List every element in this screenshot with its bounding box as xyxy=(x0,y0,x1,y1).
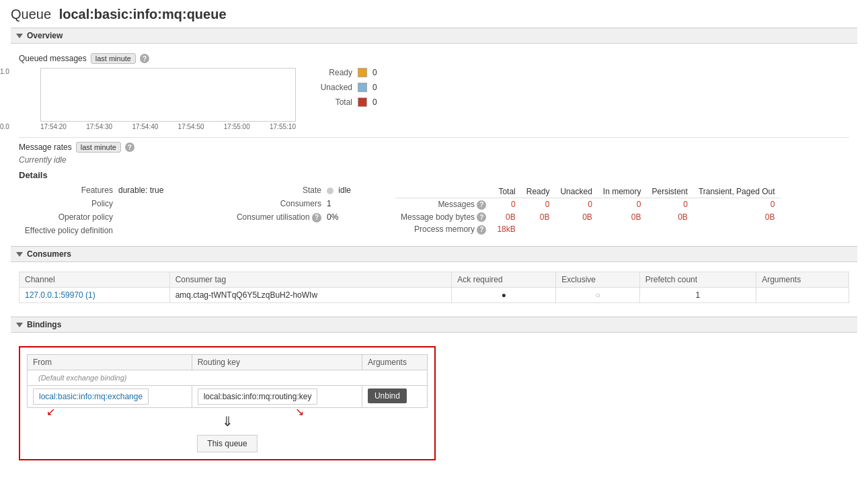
stats-messages-unacked: 0 xyxy=(555,198,597,211)
ack-dot: ● xyxy=(502,290,506,300)
title-queue-name: local:basic:info:mq:queue xyxy=(59,7,227,22)
bindings-box: From Routing key Arguments (Default exch… xyxy=(19,346,436,460)
chart-container: 1.0 0.0 17:54:20 17:54:30 17:54:40 17:54… xyxy=(19,68,296,130)
consumers-triangle-icon xyxy=(16,252,23,257)
legend-total: Total 0 xyxy=(312,97,377,107)
stats-bytes-persistent: 0B xyxy=(647,211,693,224)
bindings-default-binding: (Default exchange binding) xyxy=(28,370,428,386)
x-label-1: 17:54:30 xyxy=(86,123,112,130)
routing-key-box: local:basic:info:mq:routing:key xyxy=(198,388,318,405)
stats-col-transient: Transient, Paged Out xyxy=(693,186,781,198)
down-arrow-icon: ⇓ xyxy=(222,414,233,429)
bindings-col-routingkey: Routing key xyxy=(192,355,362,370)
bindings-from-cell: local:basic:info:mq:exchange ↙ xyxy=(28,386,192,408)
effective-policy-key: Effective policy definition xyxy=(19,226,113,235)
stats-col-inmemory: In memory xyxy=(598,186,647,198)
consumers-col-ack: Ack required xyxy=(452,272,556,288)
legend-ready-value: 0 xyxy=(372,68,377,77)
state-text: idle xyxy=(338,186,351,195)
this-queue-button[interactable]: This queue xyxy=(197,435,257,452)
consumer-prefetch: 1 xyxy=(639,288,756,303)
features-row: Features durable: true xyxy=(19,186,207,195)
details-left: Features durable: true Policy Operator p… xyxy=(19,186,207,239)
consumers-key: Consumers xyxy=(227,199,321,208)
stats-messages-help[interactable]: ? xyxy=(477,200,486,210)
chart-legend: Ready 0 Unacked 0 Total 0 xyxy=(312,68,377,112)
details-grid: Features durable: true Policy Operator p… xyxy=(19,186,849,239)
stats-bytes-transient: 0B xyxy=(693,211,781,224)
policy-row: Policy xyxy=(19,199,207,208)
bindings-section-header[interactable]: Bindings xyxy=(11,317,857,333)
overview-section-header[interactable]: Overview xyxy=(11,28,857,44)
legend-unacked: Unacked 0 xyxy=(312,83,377,92)
stats-memory-label: Process memory ? xyxy=(395,223,491,236)
overview-body: Queued messages last minute ? 1.0 0.0 17… xyxy=(11,49,857,246)
consumers-section-header[interactable]: Consumers xyxy=(11,246,857,262)
consumer-utilisation-row: Consumer utilisation ? 0% xyxy=(227,212,375,222)
stats-memory-inmemory xyxy=(598,223,647,236)
legend-unacked-color xyxy=(358,83,367,92)
stats-table: Total Ready Unacked In memory Persistent… xyxy=(395,186,781,236)
operator-policy-key: Operator policy xyxy=(19,212,113,222)
bindings-col-from: From xyxy=(28,355,192,370)
consumers-row: Consumers 1 xyxy=(227,199,375,208)
legend-unacked-value: 0 xyxy=(372,83,377,92)
consumer-utilisation-val: 0% xyxy=(327,212,338,222)
consumers-col-tag: Consumer tag xyxy=(169,272,452,288)
unbind-button[interactable]: Unbind xyxy=(368,388,407,403)
stats-col-persistent: Persistent xyxy=(647,186,693,198)
consumers-table: Channel Consumer tag Ack required Exclus… xyxy=(19,272,849,303)
legend-total-label: Total xyxy=(312,97,352,107)
consumer-channel-link[interactable]: 127.0.0.1:59970 (1) xyxy=(25,290,95,300)
consumers-val: 1 xyxy=(327,199,331,208)
queued-messages-label: Queued messages xyxy=(19,54,87,63)
legend-unacked-label: Unacked xyxy=(312,83,352,92)
stats-messages-total: 0 xyxy=(491,198,520,211)
page-title: Queue local:basic:info:mq:queue xyxy=(11,7,857,22)
stats-memory-help[interactable]: ? xyxy=(477,225,486,235)
message-rates-help-icon[interactable]: ? xyxy=(125,142,134,152)
stats-messages-label: Messages ? xyxy=(395,198,491,211)
bindings-header-row: From Routing key Arguments xyxy=(28,355,428,370)
state-row: State idle xyxy=(227,186,375,195)
consumers-col-arguments: Arguments xyxy=(756,272,849,288)
stats-bytes-help[interactable]: ? xyxy=(477,212,486,222)
x-label-4: 17:55:00 xyxy=(224,123,250,130)
exchange-box[interactable]: local:basic:info:mq:exchange xyxy=(33,388,149,405)
bindings-col-arguments: Arguments xyxy=(362,355,427,370)
consumer-utilisation-help-icon[interactable]: ? xyxy=(312,213,321,222)
queued-messages-label-row: Queued messages last minute ? xyxy=(19,53,849,64)
x-label-3: 17:54:50 xyxy=(178,123,204,130)
message-rates-badge[interactable]: last minute xyxy=(76,142,121,153)
consumers-body: Channel Consumer tag Ack required Exclus… xyxy=(11,268,857,310)
title-prefix: Queue xyxy=(11,7,51,22)
idle-text: Currently idle xyxy=(19,155,849,165)
consumer-row-0: 127.0.0.1:59970 (1) amq.ctag-tWNTqQ6Y5Lz… xyxy=(19,288,849,303)
message-rates-label-row: Message rates last minute ? xyxy=(19,142,849,153)
consumer-ack: ● xyxy=(452,288,556,303)
consumers-table-header-row: Channel Consumer tag Ack required Exclus… xyxy=(19,272,849,288)
details-right: Total Ready Unacked In memory Persistent… xyxy=(395,186,781,236)
consumer-exclusive: ○ xyxy=(556,288,639,303)
chart-area: 1.0 0.0 17:54:20 17:54:30 17:54:40 17:54… xyxy=(19,68,849,130)
features-val: durable: true xyxy=(118,186,163,195)
stats-bytes-label: Message body bytes ? xyxy=(395,211,491,224)
stats-row-bytes: Message body bytes ? 0B 0B 0B 0B 0B 0B xyxy=(395,211,781,224)
stats-col-ready: Ready xyxy=(521,186,555,198)
stats-bytes-total: 0B xyxy=(491,211,520,224)
consumers-col-prefetch: Prefetch count xyxy=(639,272,756,288)
stats-col-total: Total xyxy=(491,186,520,198)
legend-ready-color xyxy=(358,68,367,77)
legend-ready-label: Ready xyxy=(312,68,352,77)
stats-memory-unacked xyxy=(555,223,597,236)
chart-y-max: 1.0 xyxy=(0,68,9,75)
state-val: idle xyxy=(327,186,351,195)
stats-row-memory: Process memory ? 18kB xyxy=(395,223,781,236)
stats-col-unacked: Unacked xyxy=(555,186,597,198)
chart-x-labels: 17:54:20 17:54:30 17:54:40 17:54:50 17:5… xyxy=(40,123,296,130)
queued-messages-help-icon[interactable]: ? xyxy=(140,54,149,63)
chart-box xyxy=(40,68,296,122)
queued-messages-badge[interactable]: last minute xyxy=(91,53,136,64)
consumers-section-label: Consumers xyxy=(27,249,71,259)
consumers-col-channel: Channel xyxy=(19,272,170,288)
